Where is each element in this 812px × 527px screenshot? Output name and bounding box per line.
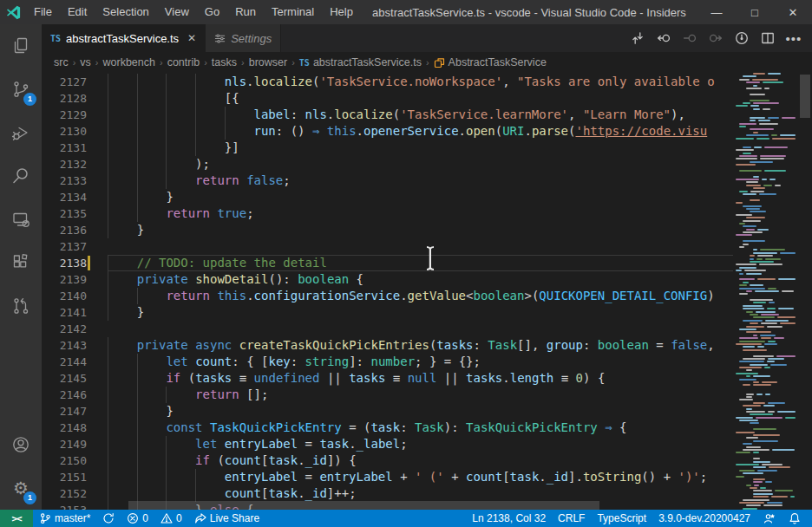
menu-help[interactable]: Help [322, 0, 361, 24]
code-line-text: const TaskQuickPickEntry = (task: Task):… [108, 420, 733, 436]
source-control-icon[interactable]: 1 [0, 68, 42, 111]
breadcrumb-item-6[interactable]: browser [249, 56, 287, 68]
code-line-2141[interactable]: 2141} [42, 304, 733, 321]
code-line-2146[interactable]: 2146return []; [42, 387, 733, 403]
code-line-2139[interactable]: 2139private showDetail(): boolean { [42, 271, 733, 288]
line-number: 2132 [42, 156, 87, 172]
menu-go[interactable]: Go [197, 0, 227, 24]
navigate-back-icon[interactable] [652, 27, 675, 49]
tab-abstracttaskservice[interactable]: TS abstractTaskService.ts ✕ [42, 24, 206, 52]
tab-settings[interactable]: Settings [206, 24, 281, 52]
run-and-debug-icon[interactable] [0, 111, 42, 154]
breadcrumb-item-1[interactable]: src [54, 56, 69, 68]
search-icon[interactable] [0, 154, 42, 198]
menu-selection[interactable]: Selection [95, 0, 156, 24]
minimap-line [733, 296, 798, 298]
indent-guide [166, 107, 195, 123]
status-eol[interactable]: CRLF [552, 510, 591, 527]
minimap-line [733, 237, 798, 239]
indent-guide [137, 90, 167, 107]
status-live-share[interactable]: Live Share [188, 510, 265, 527]
code-line-2138[interactable]: 2138// TODO: update the detail [42, 255, 733, 271]
menu-run[interactable]: Run [227, 0, 264, 24]
status-warnings[interactable]: 0 [154, 510, 188, 527]
status-cursor-position[interactable]: Ln 2138, Col 32 [466, 510, 552, 527]
status-errors[interactable]: 0 [121, 510, 154, 527]
minimap-line [733, 191, 798, 192]
horizontal-scrollbar-slider[interactable] [128, 501, 599, 510]
minimap-line [733, 335, 798, 336]
indent-guide [108, 304, 137, 321]
code-area[interactable]: 2127nls.localize('TaskService.noWorkspac… [42, 73, 733, 510]
status-notifications[interactable] [783, 510, 807, 527]
code-editor[interactable]: 2127nls.localize('TaskService.noWorkspac… [42, 73, 812, 510]
extensions-icon[interactable] [0, 241, 42, 284]
code-line-2127[interactable]: 2127nls.localize('TaskService.noWorkspac… [42, 74, 733, 90]
minimap[interactable] [733, 73, 798, 510]
status-version[interactable]: 3.9.0-dev.20200427 [652, 510, 756, 527]
code-line-2137[interactable]: 2137 [42, 238, 733, 255]
code-line-2135[interactable]: 2135return true; [42, 205, 733, 222]
pull-requests-icon[interactable] [0, 284, 42, 328]
breadcrumb-item-5[interactable]: tasks [212, 56, 237, 68]
breadcrumb-item-4[interactable]: contrib [167, 56, 200, 68]
code-line-2147[interactable]: 2147} [42, 403, 733, 420]
minimap-line [733, 170, 798, 172]
code-line-2142[interactable]: 2142 [42, 321, 733, 337]
menu-view[interactable]: View [157, 0, 197, 24]
minimize-button[interactable]: — [697, 0, 736, 24]
more-actions-icon[interactable]: ••• [783, 27, 805, 49]
indent-guide [108, 354, 137, 370]
breadcrumb-item-3[interactable]: workbench [103, 56, 155, 68]
code-line-2129[interactable]: 2129label: nls.localize('TaskService.lea… [42, 107, 733, 123]
status-git-branch[interactable]: master* [33, 510, 96, 527]
navigate-previous-icon[interactable] [678, 27, 701, 49]
accounts-icon[interactable] [0, 423, 42, 466]
menu-edit[interactable]: Edit [60, 0, 95, 24]
close-tab-icon[interactable]: ✕ [187, 32, 196, 44]
minimap-line [733, 476, 798, 478]
close-button[interactable]: ✕ [774, 0, 812, 24]
code-line-2136[interactable]: 2136} [42, 222, 733, 238]
code-line-2134[interactable]: 2134} [42, 189, 733, 205]
breadcrumb-item-7[interactable]: TSabstractTaskService.ts [299, 56, 422, 68]
indent-guide [108, 140, 137, 156]
code-line-2151[interactable]: 2151entryLabel = entryLabel + ' (' + cou… [42, 469, 733, 485]
manage-icon[interactable]: ⚙1 [0, 466, 42, 510]
run-task-icon[interactable] [730, 27, 753, 49]
code-line-2128[interactable]: 2128[{ [42, 90, 733, 107]
code-line-2131[interactable]: 2131}] [42, 140, 733, 156]
code-line-2130[interactable]: 2130run: () ⇒ this.openerService.open(UR… [42, 123, 733, 140]
navigate-forward-icon[interactable] [704, 27, 727, 49]
explorer-icon[interactable] [0, 24, 42, 68]
vertical-scrollbar-slider[interactable] [800, 75, 810, 118]
code-line-2143[interactable]: 2143private async createTaskQuickPickEnt… [42, 337, 733, 354]
remote-explorer-icon[interactable] [0, 198, 42, 241]
code-line-2133[interactable]: 2133return false; [42, 172, 733, 189]
status-language-mode[interactable]: TypeScript [591, 510, 652, 527]
split-editor-icon[interactable] [756, 27, 779, 49]
breadcrumb-item-2[interactable]: vs [80, 56, 91, 68]
vertical-scrollbar[interactable] [798, 73, 812, 510]
code-line-2140[interactable]: 2140return this.configurationService.get… [42, 288, 733, 304]
breadcrumb-separator: › [71, 57, 78, 68]
code-line-2145[interactable]: 2145if (tasks ≡ undefined || tasks ≡ nul… [42, 370, 733, 387]
badge: 1 [23, 491, 36, 504]
status-feedback[interactable] [756, 510, 783, 527]
code-line-2148[interactable]: 2148const TaskQuickPickEntry = (task: Ta… [42, 420, 733, 436]
status-sync[interactable] [96, 510, 121, 527]
code-line-2152[interactable]: 2152count[task._id]++; [42, 485, 733, 502]
menu-terminal[interactable]: Terminal [264, 0, 322, 24]
line-number: 2142 [42, 321, 87, 337]
breadcrumb-item-8[interactable]: AbstractTaskService [434, 56, 547, 68]
open-changes-icon[interactable] [626, 27, 649, 49]
code-line-2150[interactable]: 2150if (count[task._id]) { [42, 452, 733, 469]
code-line-2149[interactable]: 2149let entryLabel = task._label; [42, 436, 733, 452]
maximize-button[interactable]: □ [736, 0, 774, 24]
code-line-2132[interactable]: 2132); [42, 156, 733, 172]
remote-indicator[interactable]: >< [0, 510, 33, 527]
menu-file[interactable]: File [26, 0, 60, 24]
minimap-line [733, 140, 798, 142]
code-line-2144[interactable]: 2144let count: { [key: string]: number; … [42, 354, 733, 370]
minimap-line [733, 252, 798, 254]
